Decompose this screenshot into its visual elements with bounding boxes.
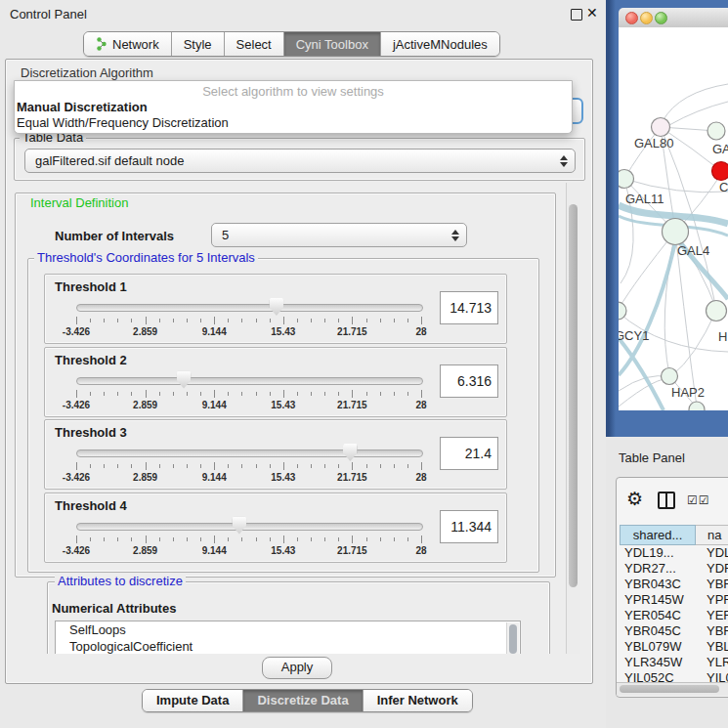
cell-shared-name[interactable]: YDR27... [620,561,700,577]
tick-mark [311,392,312,396]
tick-mark [338,464,339,468]
table-row[interactable]: YBR045CYBR0 [620,623,728,639]
cell-shared-name[interactable]: YLR345W [620,655,700,670]
threshold-slider[interactable]: -3.4262.8599.14415.4321.71528 [76,519,423,554]
table-row[interactable]: YLR345WYLR3 [620,655,728,670]
zoom-traffic-light[interactable] [655,12,667,24]
numerical-attributes-list[interactable]: SelfLoopsTopologicalCoefficientBetweenne… [55,621,521,654]
attribute-list-item[interactable]: SelfLoops [56,621,520,638]
cell-name[interactable]: YBR0 [700,623,728,639]
cell-name[interactable]: YLR3 [700,655,728,670]
threshold-slider[interactable]: -3.4262.8599.14415.4321.71528 [76,446,423,481]
scale-label: 2.859 [133,400,157,410]
table-row[interactable]: YPR145WYPR1 [620,592,728,608]
slider-track[interactable] [76,450,423,457]
dropdown-placeholder-option[interactable]: Select algorithm to view settings [15,81,572,100]
cell-name[interactable]: YER0 [700,608,728,623]
cell-shared-name[interactable]: YPR145W [620,592,700,608]
threshold-row: Threshold 4 -3.4262.8599.14415.4321.7152… [44,492,507,563]
dropdown-option-manual[interactable]: Manual Discretization [15,100,572,115]
network-canvas[interactable]: GAL80 GA C GAL11 GAL4 GCY1 H HAP2 [619,27,728,410]
number-of-intervals-combobox[interactable]: 5 [211,223,467,247]
tab-network[interactable]: Network [84,32,172,56]
slider-thumb[interactable] [232,517,246,535]
table-row[interactable]: YBL079WYBL0 [620,639,728,655]
tab-select[interactable]: Select [225,32,284,56]
node-gal80[interactable] [652,118,670,137]
threshold-value-box[interactable]: 6.316 [440,364,498,398]
tick-mark [76,535,77,543]
slider-track[interactable] [76,377,423,385]
tab-impute-data[interactable]: Impute Data [143,690,243,711]
table-row[interactable]: YBR043CYBR0 [620,577,728,592]
checkbox-columns-icon[interactable]: ☑☑ [687,493,710,507]
node-gcy1[interactable] [619,302,626,320]
column-header-name[interactable]: na [696,525,728,545]
cell-shared-name[interactable]: YDL19... [620,545,700,561]
cell-shared-name[interactable]: YER054C [620,608,700,623]
scrollbar-thumb[interactable] [509,624,517,654]
table-row[interactable]: YDR27...YDR2 [620,561,728,577]
close-traffic-light[interactable] [625,12,638,24]
attributes-list-scrollbar[interactable] [506,622,519,654]
scrollbar-thumb[interactable] [569,204,578,587]
table-row[interactable]: YDL19...YDL1 [620,545,728,561]
scale-label: -3.426 [63,545,90,556]
split-pane-icon[interactable] [658,492,675,509]
dropdown-option-equal-width[interactable]: Equal Width/Frequency Discretization [15,115,572,131]
tick-mark [324,537,325,541]
threshold-slider[interactable]: -3.4262.8599.14415.4321.71528 [76,373,423,408]
attribute-list-item[interactable]: TopologicalCoefficient [56,638,520,654]
node-red[interactable] [712,162,728,181]
table-data-combobox[interactable]: galFiltered.sif default node [24,149,576,173]
threshold-value-box[interactable]: 11.344 [440,510,498,543]
table-horizontal-scrollbar[interactable] [617,682,728,696]
panel-vertical-scrollbar[interactable] [566,183,580,654]
threshold-slider[interactable]: -3.4262.8599.14415.4321.71528 [76,300,423,335]
cell-shared-name[interactable]: YBL079W [620,639,700,655]
table-rows: YDL19...YDL1YDR27...YDR2YBR043CYBR0YPR14… [620,545,728,686]
tab-jactivemnodules[interactable]: jActiveMNodules [381,32,499,56]
tab-infer-network[interactable]: Infer Network [364,690,472,711]
minimize-traffic-light[interactable] [640,12,653,24]
cell-shared-name[interactable]: YBR043C [620,577,700,592]
tick-mark [366,464,367,468]
tab-discretize-data[interactable]: Discretize Data [243,690,363,711]
slider-thumb[interactable] [177,371,192,389]
node-partial-bottom[interactable] [689,402,705,410]
slider-scale-labels: -3.4262.8599.14415.4321.71528 [76,400,421,411]
slider-track[interactable] [76,523,423,531]
threshold-row: Threshold 1 -3.4262.8599.14415.4321.7152… [44,274,507,344]
node-hap2[interactable] [662,368,678,385]
cell-shared-name[interactable]: YBR045C [620,623,700,639]
node-partial-mid-right[interactable] [707,301,727,321]
tab-style[interactable]: Style [172,32,225,56]
slider-thumb[interactable] [343,444,358,461]
column-header-shared[interactable]: shared... [620,525,696,545]
cell-name[interactable]: YDR2 [700,561,728,577]
close-icon[interactable]: ✕ [586,5,598,21]
gear-icon[interactable]: ⚙ [626,488,643,510]
node-partial-top-right[interactable] [707,122,725,140]
network-window-titlebar[interactable] [619,8,728,28]
node-gal4[interactable] [663,219,689,245]
node-gal11[interactable] [619,170,634,189]
cell-name[interactable]: YPR1 [700,592,728,608]
cell-name[interactable]: YBR0 [700,577,728,592]
table-row[interactable]: YER054CYER0 [620,608,728,623]
slider-track[interactable] [76,304,423,312]
tab-cyni-toolbox[interactable]: Cyni Toolbox [284,32,381,56]
tick-mark [131,319,132,322]
threshold-value-box[interactable]: 21.4 [440,437,498,470]
threshold-label: Threshold 4 [55,498,127,513]
float-window-icon[interactable] [571,9,582,21]
cell-name[interactable]: YDL1 [700,545,728,561]
tick-mark [146,535,147,543]
scrollbar-thumb[interactable] [620,685,719,693]
apply-button[interactable]: Apply [262,657,332,679]
thresholds-group: Threshold 1 -3.4262.8599.14415.4321.7152… [27,258,539,573]
slider-thumb[interactable] [269,298,283,316]
tick-mark [366,392,367,396]
cell-name[interactable]: YBL0 [700,639,728,655]
threshold-value-box[interactable]: 14.713 [440,291,498,324]
